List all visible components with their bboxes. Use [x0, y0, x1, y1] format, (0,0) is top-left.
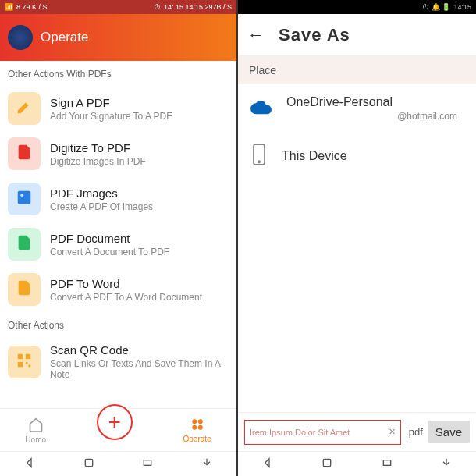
svg-point-8 [197, 419, 202, 424]
action-scan-qr[interactable]: Scan QR CodeScan Links Or Texts And Save… [0, 337, 236, 386]
place-device[interactable]: This Device [238, 133, 476, 179]
svg-rect-6 [29, 364, 31, 367]
action-pdf-document[interactable]: PDF DocumentConvert A Document To PDF [0, 222, 236, 267]
plus-icon: + [108, 410, 121, 435]
pen-icon [16, 98, 33, 119]
recent-icon[interactable] [381, 456, 393, 472]
svg-rect-11 [85, 459, 92, 466]
place-header: Place [238, 56, 476, 84]
filename-input[interactable]: Irem Ipsum Dolor Sit Amet ✕ [244, 420, 401, 445]
drawer-icon[interactable] [201, 456, 213, 472]
nav-home[interactable]: Homo [25, 417, 46, 444]
header-left: Operate [0, 14, 236, 61]
back-button[interactable]: ← [247, 25, 265, 45]
action-sign-pdf[interactable]: Sign A PDFAdd Your Signature To A PDF [0, 86, 236, 131]
system-nav-left [0, 451, 236, 476]
svg-rect-5 [26, 361, 28, 364]
svg-rect-16 [383, 460, 390, 465]
system-nav-right [238, 451, 476, 476]
save-as-title: Save As [279, 25, 350, 45]
bottom-nav: Homo + Operate [0, 408, 236, 451]
document-icon [16, 144, 33, 164]
place-onedrive[interactable]: OneDrive-Personal @hotmail.com [238, 84, 476, 133]
action-pdf-images[interactable]: PDF JmagesCreate A PDF Of Images [0, 176, 236, 222]
header-right: ← Save As [238, 14, 476, 56]
file-icon [16, 234, 33, 254]
recent-icon[interactable] [141, 456, 154, 472]
svg-point-14 [258, 161, 260, 162]
qr-icon [16, 352, 33, 372]
status-bar-right: ⏱ 🔔 🔋14:15 [238, 0, 476, 14]
svg-rect-4 [18, 361, 23, 366]
svg-point-9 [192, 424, 197, 429]
back-icon[interactable] [261, 456, 274, 472]
status-bar-left: 📶8.79 K / S ⏱14: 15 14:15 297B / S [0, 0, 236, 14]
avatar[interactable] [8, 25, 33, 50]
onedrive-icon [250, 99, 272, 118]
grid-icon [190, 417, 204, 433]
file-extension: .pdf [406, 426, 423, 438]
page-title: Operate [41, 30, 88, 45]
home-icon [28, 417, 44, 434]
svg-point-7 [192, 419, 197, 424]
device-icon [250, 144, 268, 169]
action-digitize-pdf[interactable]: Digitize To PDFDigitize Images In PDF [0, 131, 236, 176]
svg-point-1 [20, 194, 23, 197]
nav-operate[interactable]: Operate [183, 417, 211, 443]
svg-rect-15 [324, 459, 331, 466]
svg-rect-0 [18, 191, 31, 204]
home-icon[interactable] [321, 456, 333, 472]
action-pdf-to-word[interactable]: PDF To WordConvert A PDF To A Word Docum… [0, 267, 236, 312]
clear-icon[interactable]: ✕ [389, 427, 396, 437]
svg-rect-3 [26, 353, 30, 358]
drawer-icon[interactable] [440, 456, 453, 472]
word-icon [16, 279, 33, 300]
svg-rect-12 [144, 460, 151, 465]
home-icon[interactable] [83, 456, 95, 472]
save-button[interactable]: Save [428, 421, 470, 443]
fab-add[interactable]: + [97, 404, 133, 440]
image-icon [16, 189, 33, 209]
back-icon[interactable] [23, 456, 36, 472]
section-other-actions: Other Actions [0, 312, 236, 337]
save-row: Irem Ipsum Dolor Sit Amet ✕ .pdf Save [238, 412, 476, 451]
svg-point-10 [197, 424, 202, 429]
svg-rect-2 [18, 353, 23, 358]
section-pdf-actions: Other Actions With PDFs [0, 61, 236, 86]
